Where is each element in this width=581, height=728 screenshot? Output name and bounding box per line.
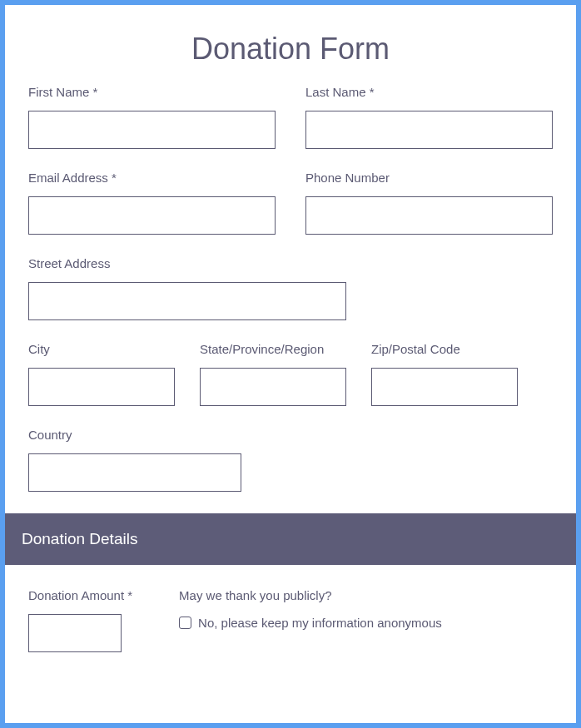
- last-name-field: Last Name *: [305, 85, 553, 149]
- phone-input[interactable]: [305, 196, 553, 235]
- phone-label: Phone Number: [305, 171, 553, 185]
- donation-amount-field: Donation Amount *: [28, 588, 132, 652]
- city-field: City: [28, 342, 175, 406]
- state-field: State/Province/Region: [200, 342, 346, 406]
- zip-field: Zip/Postal Code: [371, 342, 518, 406]
- email-field: Email Address *: [28, 171, 276, 235]
- details-body: Donation Amount * May we thank you publi…: [5, 565, 576, 652]
- country-input[interactable]: [28, 453, 241, 492]
- first-name-field: First Name *: [28, 85, 276, 149]
- city-label: City: [28, 342, 175, 356]
- donation-amount-label: Donation Amount *: [28, 588, 132, 602]
- thank-you-label: May we thank you publicly?: [179, 588, 442, 602]
- last-name-label: Last Name *: [305, 85, 553, 99]
- state-label: State/Province/Region: [200, 342, 346, 356]
- first-name-label: First Name *: [28, 85, 276, 99]
- donation-details-header: Donation Details: [5, 513, 576, 565]
- anonymous-checkbox[interactable]: [179, 617, 191, 629]
- thank-you-field: May we thank you publicly? No, please ke…: [179, 588, 442, 630]
- donation-amount-input[interactable]: [28, 614, 122, 652]
- form-title: Donation Form: [5, 5, 576, 85]
- phone-field: Phone Number: [305, 171, 553, 235]
- zip-label: Zip/Postal Code: [371, 342, 518, 356]
- email-label: Email Address *: [28, 171, 276, 185]
- first-name-input[interactable]: [28, 111, 276, 149]
- last-name-input[interactable]: [305, 111, 553, 149]
- zip-input[interactable]: [371, 368, 518, 406]
- anonymous-label: No, please keep my information anonymous: [198, 616, 442, 630]
- street-label: Street Address: [28, 256, 346, 270]
- country-label: Country: [28, 428, 241, 442]
- street-field: Street Address: [28, 256, 346, 320]
- city-input[interactable]: [28, 368, 175, 406]
- form-body: First Name * Last Name * Email Address *…: [5, 85, 576, 492]
- state-input[interactable]: [200, 368, 346, 406]
- country-field: Country: [28, 428, 241, 492]
- anonymous-option[interactable]: No, please keep my information anonymous: [179, 616, 442, 630]
- email-input[interactable]: [28, 196, 276, 235]
- street-input[interactable]: [28, 282, 346, 320]
